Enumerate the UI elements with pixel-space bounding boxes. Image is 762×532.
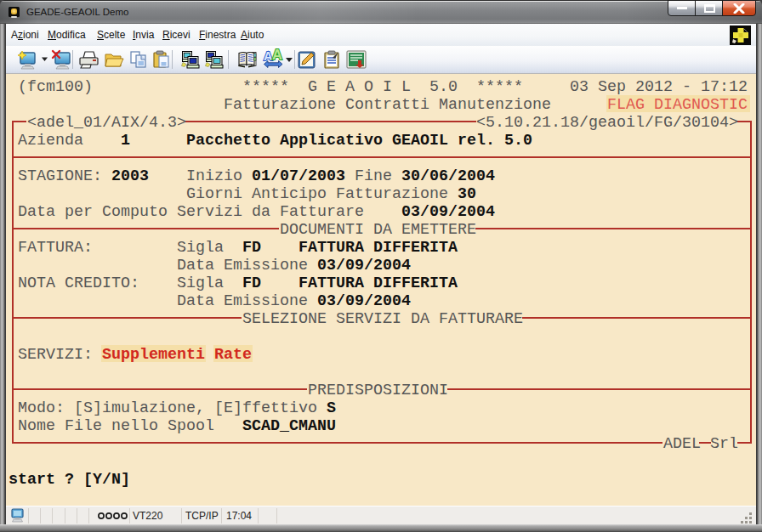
svg-text:A: A (272, 47, 282, 62)
